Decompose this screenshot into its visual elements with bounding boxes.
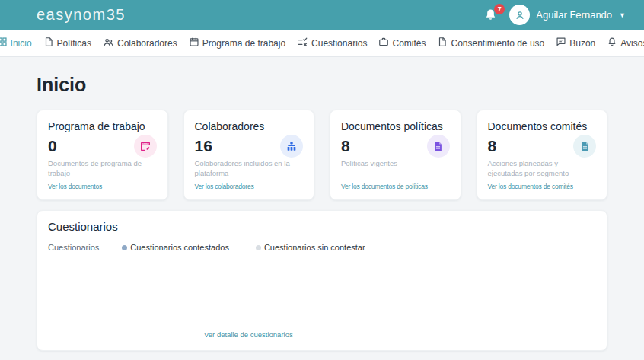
nav-item-colaboradores[interactable]: Colaboradores [100,33,180,53]
nav-item-cuestionarios[interactable]: Cuestionarios [295,33,369,53]
nav-item-consentimiento[interactable]: Consentimiento de uso [435,33,547,53]
cuestionarios-panel: Cuestionarios Cuestionarios Cuestionario… [37,210,607,351]
legend-dot-icon [256,245,261,250]
calendar-icon [189,37,199,49]
nav-label: Cuestionarios [311,38,367,49]
card-description: Documentos de programa de trabajo [48,158,155,179]
card-value: 16 [195,137,212,155]
chat-icon [556,37,566,49]
nav-item-avisos[interactable]: Avisos [604,33,644,53]
nav-item-inicio[interactable]: Inicio [0,33,34,53]
card-description: Políticas vigentes [341,158,448,168]
nav-label: Programa de trabajo [202,38,285,49]
app-header: easynom35 7 Aguilar Fernando ▼ [0,0,644,30]
legend-dot-icon [122,245,127,250]
card-description: Colaboradores incluidos en la plataforma [195,158,301,179]
user-menu[interactable]: Aguilar Fernando ▼ [509,5,626,25]
document-icon [427,135,450,158]
cuestionarios-chart-area [48,252,596,324]
page-title: Inicio [37,74,607,96]
avatar [509,5,530,25]
edit-calendar-icon [134,135,157,158]
checklist-icon [297,37,308,50]
card-link-documentos[interactable]: Ver los documentos [48,183,157,190]
card-colaboradores: Colaboradores 16 Colaboradores incluidos… [183,110,315,200]
card-description: Acciones planeadas y ejecutadas por segm… [488,158,595,179]
nav-item-comites[interactable]: Comités [376,33,428,53]
card-value: 0 [48,137,57,155]
bell-icon [607,37,617,49]
card-link-colaboradores[interactable]: Ver los colaboradores [195,183,304,190]
nav-label: Colaboradores [117,38,177,49]
card-link-documentos-politicas[interactable]: Ver los documentos de políticas [341,183,450,190]
cuestionarios-detail-link[interactable]: Ver detalle de cuestionarios [204,330,293,339]
card-value: 8 [488,137,497,155]
card-value: 8 [341,137,350,155]
legend-label: Cuestionarios contestados [130,243,229,252]
people-icon [103,37,114,50]
card-title: Colaboradores [195,120,304,132]
chart-axis-label: Cuestionarios [48,243,99,252]
legend-item-contestados: Cuestionarios contestados [122,243,229,252]
cuestionarios-title: Cuestionarios [48,220,596,233]
user-name: Aguilar Fernando [536,9,612,21]
legend-label: Cuestionarios sin contestar [264,243,365,252]
legend-item-sin-contestar: Cuestionarios sin contestar [256,243,365,252]
card-documentos-comites: Documentos comités 8 Acciones planeadas … [477,110,608,200]
stats-cards: Programa de trabajo 0 Documentos de prog… [37,110,607,200]
card-title: Documentos comités [488,120,597,132]
nav-label: Inicio [11,38,32,49]
nav-item-programa-de-trabajo[interactable]: Programa de trabajo [187,33,288,53]
app-logo: easynom35 [37,6,126,24]
notifications-button[interactable]: 7 [483,8,499,23]
main-nav: Inicio Políticas Colaboradores [0,30,644,57]
nav-item-buzon[interactable]: Buzón [553,33,598,53]
card-programa-de-trabajo: Programa de trabajo 0 Documentos de prog… [37,110,168,200]
dashboard-icon [0,37,8,49]
document-icon [43,37,54,49]
nav-label: Políticas [57,38,91,49]
card-title: Documentos políticas [341,120,450,132]
document-icon [437,37,448,49]
chart-legend: Cuestionarios Cuestionarios contestados … [48,243,596,252]
main-content: Inicio Programa de trabajo 0 Documentos … [0,74,644,351]
card-title: Programa de trabajo [48,120,157,132]
nav-label: Buzón [569,38,595,49]
notification-count-badge: 7 [494,4,505,14]
chevron-down-icon: ▼ [619,11,626,19]
org-chart-icon [280,135,303,158]
nav-item-politicas[interactable]: Políticas [41,33,94,53]
nav-label: Consentimiento de uso [451,38,544,49]
document-icon [573,135,596,158]
nav-label: Comités [392,38,426,49]
card-link-documentos-comites[interactable]: Ver los documentos de comités [488,183,597,190]
briefcase-icon [378,37,389,49]
nav-label: Avisos [620,38,644,49]
card-documentos-politicas: Documentos políticas 8 Políticas vigente… [330,110,461,200]
